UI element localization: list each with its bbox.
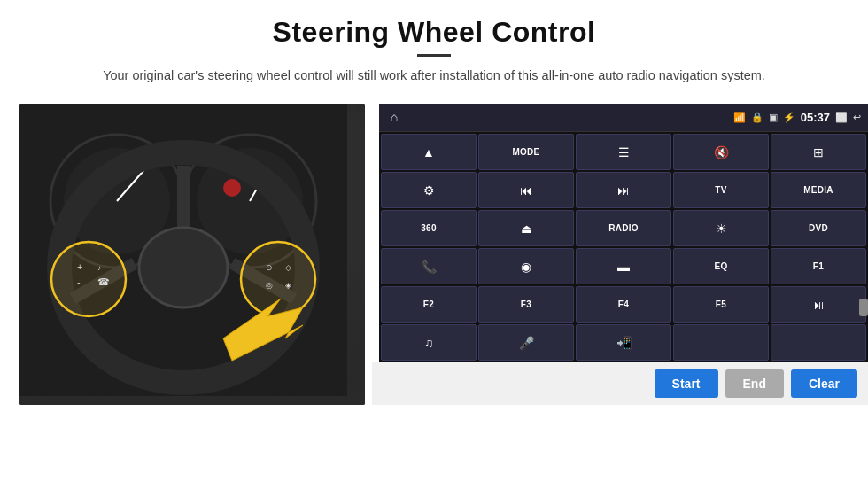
eject-btn[interactable]: ⏏ [478,210,574,246]
eq-btn[interactable]: EQ [673,248,769,284]
f3-label: F3 [521,299,531,309]
f2-label: F2 [423,299,434,309]
page-wrapper: Steering Wheel Control Your original car… [0,0,868,482]
empty-btn1 [673,324,769,361]
f4-label: F4 [618,299,629,309]
phone-btn[interactable]: 📞 [381,248,477,284]
status-right: 📶 🔒 ▣ ⚡ 05:37 ⬜ ↩ [733,111,861,124]
apps-icon: ⊞ [813,145,824,159]
subtitle: Your original car's steering wheel contr… [53,66,815,86]
settings-btn[interactable]: ⚙ [381,172,477,208]
steering-wheel-image: + ♪ - ☎ ⊙ ◇ ◎ ◈ [19,104,347,396]
dvd-btn[interactable]: DVD [771,210,866,246]
brightness-icon: ☀ [716,222,727,236]
list-btn[interactable]: ☰ [576,134,671,170]
media-label: MEDIA [803,185,833,195]
prev-btn[interactable]: ⏮ [478,172,574,208]
car-image-panel: + ♪ - ☎ ⊙ ◇ ◎ ◈ [19,104,365,405]
svg-text:☎: ☎ [97,276,110,287]
music-icon: ♫ [424,336,434,350]
svg-point-5 [223,179,241,197]
wifi-icon: 📶 [733,112,746,123]
status-time: 05:37 [801,111,830,124]
scroll-hint[interactable] [859,299,868,316]
svg-text:♪: ♪ [97,264,101,272]
android-panel: ⌂ 📶 🔒 ▣ ⚡ 05:37 ⬜ ↩ ▲ [379,104,868,362]
playpause-btn[interactable]: ⏯ [771,286,866,323]
map-icon: ◉ [521,260,531,274]
bluetooth-icon: ⚡ [783,112,795,123]
playpause-icon: ⏯ [812,298,825,312]
svg-text:◈: ◈ [285,281,291,290]
lock-icon: 🔒 [751,112,763,123]
eq-label: EQ [714,261,727,271]
f5-btn[interactable]: F5 [673,286,769,323]
back-icon: ↩ [853,112,861,123]
sim-icon: ▣ [769,112,778,123]
empty-btn2 [771,324,866,361]
home-icon[interactable]: ⌂ [386,110,402,126]
svg-text:◇: ◇ [285,263,291,272]
radio-label: RADIO [608,223,639,233]
f5-label: F5 [716,299,726,309]
f4-btn[interactable]: F4 [576,286,671,323]
svg-text:◎: ◎ [266,281,273,290]
screen-icon: ⬜ [835,112,848,123]
music-btn[interactable]: ♫ [381,324,477,361]
list-icon: ☰ [618,145,630,159]
android-panel-wrapper: ⌂ 📶 🔒 ▣ ⚡ 05:37 ⬜ ↩ ▲ [372,104,868,405]
f1-btn[interactable]: F1 [771,248,866,284]
status-bar: ⌂ 📶 🔒 ▣ ⚡ 05:37 ⬜ ↩ [379,104,868,132]
dvd-label: DVD [809,223,828,233]
next-icon: ⏭ [617,183,630,198]
f3-btn[interactable]: F3 [478,286,574,323]
radio-btn[interactable]: RADIO [576,210,671,246]
start-button[interactable]: Start [655,369,718,398]
settings-icon: ⚙ [423,183,435,198]
svg-point-18 [241,242,315,316]
mode-btn[interactable]: MODE [478,134,574,170]
f2-btn[interactable]: F2 [381,286,477,323]
answer-icon: 📲 [616,336,632,350]
status-left: ⌂ [386,110,402,126]
brightness-btn[interactable]: ☀ [673,210,769,246]
bottom-action-bar: Start End Clear [372,362,868,405]
cam360-label: 360 [421,223,437,233]
mode-label: MODE [512,147,539,157]
navigate-icon: ▲ [422,145,435,159]
mute-icon: 🔇 [714,145,729,159]
button-grid: ▲ MODE ☰ 🔇 ⊞ ⚙ ⏮ ⏭ TV MEDIA 360 ⏏ RADIO … [379,132,868,362]
eject-icon: ⏏ [521,222,532,236]
tv-label: TV [715,185,726,195]
end-button[interactable]: End [725,369,784,398]
media-btn[interactable]: MEDIA [771,172,866,208]
header-section: Steering Wheel Control Your original car… [0,0,868,95]
mic-btn[interactable]: 🎤 [478,324,574,361]
content-area: + ♪ - ☎ ⊙ ◇ ◎ ◈ [0,104,868,431]
phone-icon: 📞 [422,260,437,274]
mic-icon: 🎤 [519,336,534,350]
clear-button[interactable]: Clear [791,369,857,398]
title-divider [417,54,451,57]
cam360-btn[interactable]: 360 [381,210,477,246]
svg-point-13 [51,242,126,316]
apps-btn[interactable]: ⊞ [771,134,866,170]
prev-icon: ⏮ [520,183,532,198]
map-btn[interactable]: ◉ [478,248,574,284]
f1-label: F1 [813,261,824,271]
svg-text:+: + [77,261,82,272]
screen2-icon: ▬ [617,260,630,274]
svg-point-12 [139,228,228,307]
svg-text:⊙: ⊙ [266,263,273,272]
mute-btn[interactable]: 🔇 [673,134,769,170]
answer-btn[interactable]: 📲 [576,324,671,361]
tv-btn[interactable]: TV [673,172,769,208]
svg-text:-: - [77,276,81,287]
next-btn[interactable]: ⏭ [576,172,671,208]
nav-btn[interactable]: ▲ [381,134,477,170]
page-title: Steering Wheel Control [53,16,815,49]
screen-btn[interactable]: ▬ [576,248,671,284]
